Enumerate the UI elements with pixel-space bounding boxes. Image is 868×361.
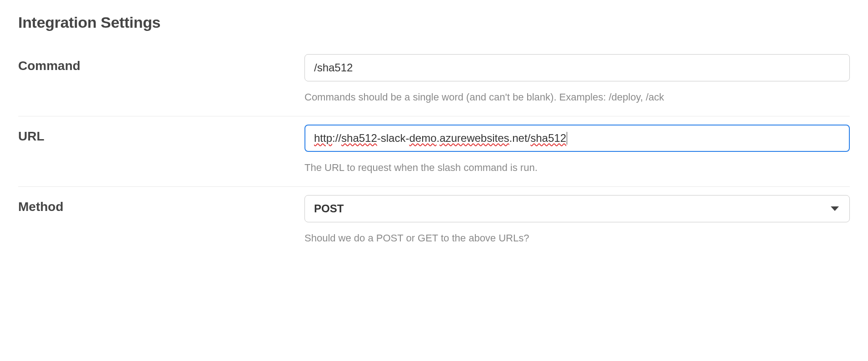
- url-input[interactable]: [304, 125, 850, 152]
- command-input[interactable]: [304, 54, 850, 81]
- method-select-wrapper: POST: [304, 195, 850, 222]
- method-row: Method POST Should we do a POST or GET t…: [18, 187, 850, 257]
- command-label: Command: [18, 54, 304, 73]
- url-row: URL http://sha512-slack-demo.azurewebsit…: [18, 116, 850, 187]
- command-row: Command Commands should be a single word…: [18, 46, 850, 116]
- url-help: The URL to request when the slash comman…: [304, 162, 850, 174]
- method-body: POST Should we do a POST or GET to the a…: [304, 195, 850, 244]
- command-help: Commands should be a single word (and ca…: [304, 91, 850, 103]
- integration-settings-form: Integration Settings Command Commands sh…: [0, 0, 868, 275]
- method-select[interactable]: POST: [304, 195, 850, 222]
- method-help: Should we do a POST or GET to the above …: [304, 232, 850, 244]
- url-label: URL: [18, 125, 304, 144]
- command-body: Commands should be a single word (and ca…: [304, 54, 850, 103]
- url-body: http://sha512-slack-demo.azurewebsites.n…: [304, 125, 850, 174]
- section-title: Integration Settings: [18, 14, 850, 31]
- method-label: Method: [18, 195, 304, 214]
